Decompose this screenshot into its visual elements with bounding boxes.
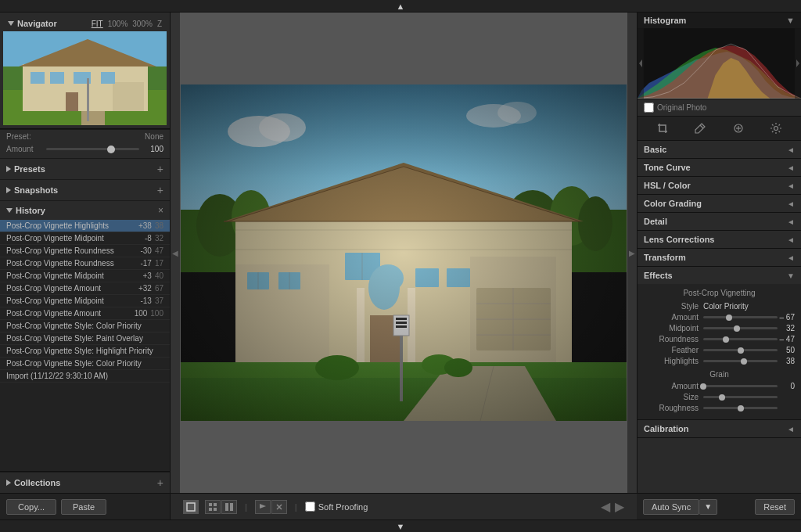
histogram-menu-icon[interactable]: ▼ (786, 16, 795, 25)
reject-button[interactable] (271, 500, 287, 514)
highlights-slider[interactable] (703, 360, 778, 362)
right-bottom-bar: Auto Sync ▼ Reset (637, 493, 801, 519)
bottom-bar-left: Copy... Paste (0, 493, 171, 519)
soft-proofing-label: Soft Proofing (318, 502, 368, 512)
section-transform-title: Transform (644, 253, 686, 262)
grain-size-label: Size (644, 393, 699, 401)
right-arrow-icon: ▶ (629, 249, 635, 257)
history-item[interactable]: Post-Crop Vignette Highlights +38 38 (0, 220, 170, 232)
history-item[interactable]: Post-Crop Vignette Roundness -17 17 (0, 257, 170, 270)
preset-label: Preset: (6, 132, 31, 141)
amount-effect-slider[interactable] (703, 316, 778, 318)
paste-button[interactable]: Paste (61, 499, 106, 515)
section-color-grading-header[interactable]: Color Grading ◄ (638, 195, 801, 212)
snapshots-add-icon[interactable]: + (157, 184, 163, 196)
section-detail-header[interactable]: Detail ◄ (638, 213, 801, 230)
history-close-icon[interactable]: × (158, 205, 163, 216)
svg-rect-66 (187, 503, 195, 511)
grain-amount-slider[interactable] (703, 385, 778, 387)
snapshots-row[interactable]: Snapshots + (0, 179, 170, 200)
preset-row: Preset: None (0, 129, 170, 143)
section-transform-header[interactable]: Transform ◄ (638, 249, 801, 266)
history-item[interactable]: Post-Crop Vignette Midpoint -8 32 (0, 232, 170, 245)
left-panel-toggle[interactable]: ◀ (171, 13, 180, 493)
presets-add-icon[interactable]: + (157, 163, 163, 175)
grain-size-slider[interactable] (703, 396, 778, 398)
history-item[interactable]: Import (11/12/22 9:30:10 AM) (0, 370, 170, 383)
zoom-fit[interactable]: FIT (92, 20, 103, 28)
amount-effect-label: Amount (644, 313, 699, 322)
history-item[interactable]: Post-Crop Vignette Style: Highlight Prio… (0, 345, 170, 358)
presets-title: Presets (14, 164, 45, 174)
history-list[interactable]: Post-Crop Vignette Highlights +38 38 Pos… (0, 220, 170, 471)
brush-tool-icon[interactable] (691, 120, 709, 136)
top-arrow-icon: ▲ (397, 2, 405, 11)
history-item[interactable]: Post-Crop Vignette Style: Paint Overlay (0, 332, 170, 345)
amount-slider[interactable] (46, 148, 139, 150)
section-lens-header[interactable]: Lens Corrections ◄ (638, 231, 801, 248)
zoom-300[interactable]: 300% (132, 20, 153, 28)
reset-button[interactable]: Reset (755, 499, 795, 515)
navigator-header[interactable]: Navigator FIT 100% 300% Z (3, 16, 167, 31)
original-photo-checkbox[interactable] (644, 102, 654, 113)
auto-sync-button[interactable]: Auto Sync (643, 499, 699, 515)
settings-tool-icon[interactable] (767, 120, 785, 136)
auto-sync-dropdown[interactable]: ▼ (699, 499, 717, 515)
history-item[interactable]: Post-Crop Vignette Style: Color Priority (0, 358, 170, 370)
flag-button[interactable] (255, 500, 271, 514)
amount-effect-val: – 67 (778, 313, 795, 322)
history-item[interactable]: Post-Crop Vignette Style: Color Priority (0, 320, 170, 332)
right-panel-toggle[interactable]: ▶ (627, 13, 637, 493)
collections-add-icon[interactable]: + (157, 476, 163, 489)
history-item[interactable]: Post-Crop Vignette Roundness -30 47 (0, 245, 170, 257)
snapshots-expand-icon (6, 187, 11, 193)
roundness-slider[interactable] (703, 338, 778, 340)
amount-label: Amount (6, 145, 41, 153)
preset-value: None (145, 132, 163, 141)
history-item[interactable]: Post-Crop Vignette Midpoint +3 40 (0, 270, 170, 282)
section-tone-curve-header[interactable]: Tone Curve ◄ (638, 159, 801, 176)
section-calibration-header[interactable]: Calibration ◄ (638, 420, 801, 437)
section-effects-title: Effects (644, 271, 673, 280)
soft-proofing-checkbox[interactable] (305, 501, 315, 512)
flag-button-group (255, 500, 287, 514)
history-item[interactable]: Post-Crop Vignette Amount +32 67 (0, 282, 170, 295)
center-bottom-bar: | | Soft Proofing ◀ ▶ (171, 493, 637, 519)
section-hsl-header[interactable]: HSL / Color ◄ (638, 177, 801, 194)
zoom-100[interactable]: 100% (108, 20, 128, 28)
midpoint-slider[interactable] (703, 327, 778, 329)
section-basic: Basic ◄ (638, 141, 801, 159)
grain-amount-label: Amount (644, 382, 699, 390)
section-lens-title: Lens Corrections (644, 235, 714, 244)
midpoint-thumb (734, 325, 740, 332)
section-basic-arrow: ◄ (787, 146, 795, 154)
section-detail: Detail ◄ (638, 213, 801, 231)
view-grid-button[interactable] (205, 500, 221, 514)
presets-row[interactable]: Presets + (0, 158, 170, 179)
midpoint-label: Midpoint (644, 324, 699, 332)
roundness-label: Roundness (644, 335, 699, 343)
grain-size-thumb (719, 394, 725, 401)
center-nav-left[interactable]: ◀ (601, 499, 610, 514)
history-item[interactable]: Post-Crop Vignette Amount 100 100 (0, 307, 170, 320)
left-panel: Navigator FIT 100% 300% Z (0, 13, 171, 493)
center-nav-right[interactable]: ▶ (615, 499, 624, 514)
history-item[interactable]: Post-Crop Vignette Midpoint -13 37 (0, 295, 170, 307)
zoom-z[interactable]: Z (157, 20, 162, 28)
heal-tool-icon[interactable] (729, 120, 748, 136)
section-effects-header[interactable]: Effects ▼ (638, 267, 801, 284)
svg-rect-69 (209, 508, 212, 511)
section-tone-curve-title: Tone Curve (644, 163, 691, 172)
view-single-button[interactable] (183, 500, 199, 514)
grain-roughness-slider[interactable] (703, 407, 778, 409)
collections-row[interactable]: Collections + (0, 472, 170, 493)
collections-expand-icon (6, 480, 11, 486)
feather-slider[interactable] (703, 349, 778, 351)
svg-rect-7 (31, 72, 45, 84)
view-compare-button[interactable] (221, 500, 237, 514)
crop-tool-icon[interactable] (653, 120, 672, 136)
section-basic-header[interactable]: Basic ◄ (638, 141, 801, 158)
history-section: History × Post-Crop Vignette Highlights … (0, 200, 170, 471)
style-row: Style Color Priority (644, 302, 795, 311)
copy-button[interactable]: Copy... (6, 499, 56, 515)
